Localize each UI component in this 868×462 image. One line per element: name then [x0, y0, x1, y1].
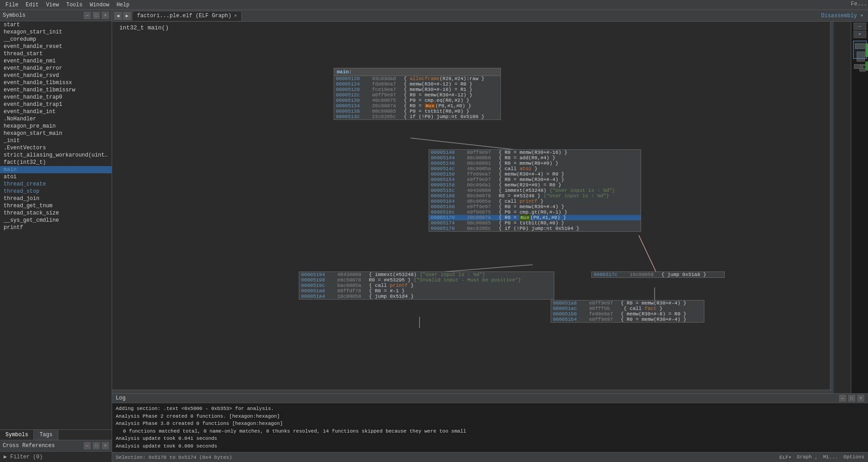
code-row[interactable]: 000051b0 fe00e9a7 { memw(R30+#-8) = R0 } [551, 311, 704, 317]
symbol-item[interactable]: event_handle_rsvd [0, 72, 112, 79]
filter-row[interactable]: ▶ Filter (0) [0, 452, 112, 462]
menu-help[interactable]: Help [113, 1, 133, 9]
symbol-item[interactable]: thread_start [0, 50, 112, 57]
symbol-item[interactable]: __coredump [0, 36, 112, 43]
symbol-item[interactable]: event_handle_reset [0, 43, 112, 50]
menu-tools[interactable]: Tools [62, 1, 86, 9]
minimap-canvas[interactable] [851, 39, 868, 393]
code-row[interactable]: 00005158 00c09da1 { memw(R29+#0) = R0 } [429, 182, 641, 188]
close-icon[interactable]: × [102, 12, 109, 19]
code-row[interactable]: 00005178 0ec8205c { if (!P0) jump:nt 0x5… [429, 226, 641, 231]
code-row[interactable]: 0000516c e0f06075 { P0 = cmp.gt(R0,#-1) … [429, 210, 641, 215]
symbol-item[interactable]: hexagon_start_init [0, 29, 112, 36]
symbol-item[interactable]: event_handle_trap1 [0, 101, 112, 108]
code-row[interactable]: 00005150 ffe09ea7 { memw(R30+#-4) = R0 } [429, 171, 641, 177]
code-row[interactable]: 000051ac 98fff5b { call fact } [551, 306, 704, 311]
symbol-item[interactable]: hexagon_pre_main [0, 123, 112, 130]
code-row[interactable]: 000051a8 e0ff9e97 { R0 = memw(R30+#-4) } [551, 300, 704, 306]
symbol-item[interactable]: hexagon_start_main [0, 130, 112, 137]
symbol-item[interactable]: event_handle_int [0, 108, 112, 115]
code-row[interactable]: 0000514c 48c0005a { call atoi } [429, 166, 641, 171]
nav-forward-button[interactable]: ▶ [123, 12, 131, 20]
horizontal-scrollbar[interactable] [112, 390, 834, 393]
code-row[interactable]: 0000515c 40430000 { immext(#53248) {"Use… [429, 188, 641, 193]
code-row-selected[interactable]: 00005170 20c0007a { R0 = mux(P0,#1,#0) } [429, 215, 641, 220]
symbol-item[interactable]: thread_create [0, 181, 112, 188]
left-sidebar: Symbols — □ × starthexagon_start_init__c… [0, 10, 112, 462]
symbol-item[interactable]: start [0, 21, 112, 29]
code-row[interactable]: 00005124 fde09ea7 { memw(R30+#-12) = R0 … [334, 81, 500, 87]
symbol-item[interactable]: __sys_get_cmdline [0, 217, 112, 224]
code-row[interactable]: 000051a4 18c00058 { jump 0x51d4 } [299, 294, 554, 299]
symbol-item[interactable]: event_handle_tlbmissrw [0, 86, 112, 94]
code-row[interactable]: 00005120 03c09da0 { allocframe(R29,#24):… [334, 76, 500, 81]
code-row[interactable]: 00005168 e0ff9e97 { R0 = memw(R30+#-4) } [429, 204, 641, 210]
cross-refs-close[interactable]: × [102, 442, 109, 449]
code-row[interactable]: 00005128 fce19ea7 { memw(R30+#-16) = R1 … [334, 87, 500, 92]
graph-tab-close[interactable]: × [234, 13, 237, 19]
symbol-item[interactable]: .NoHandler [0, 115, 112, 123]
symbol-item[interactable]: thread_join [0, 195, 112, 202]
menu-file[interactable]: File [2, 1, 22, 9]
menu-edit[interactable]: Edit [22, 1, 42, 9]
symbol-item[interactable]: main [0, 166, 112, 173]
code-row[interactable]: 00005138 00c00085 { P0 = tstbit(R0,#0) } [334, 109, 500, 114]
code-row[interactable]: 00005194 40430000 { immext(#53248) {"Use… [299, 272, 554, 277]
symbol-item[interactable]: event_handle_nmi [0, 57, 112, 65]
minimize-icon[interactable]: — [84, 12, 91, 19]
symbol-item[interactable]: fact(int32_t) [0, 159, 112, 166]
code-block-main: main: 00005120 03c09da0 { allocframe(R29… [334, 68, 501, 120]
cross-refs-header: Cross References — □ × [0, 440, 112, 452]
code-row[interactable]: 000051b4 e0ff9e97 { R0 = memw(R30+#-4) } [551, 317, 704, 322]
code-row[interactable]: 00005174 00c00085 { P0 = tstbit(R0,#0) } [429, 220, 641, 226]
code-row[interactable]: 0000517c 16c00058 { jump 0x51a8 } [592, 272, 724, 277]
log-maximize[interactable]: □ [848, 395, 855, 402]
symbol-item[interactable]: thread_get_tnum [0, 202, 112, 210]
code-row[interactable]: 00005160 00c00078 R0 = ##53248 } {"User … [429, 193, 641, 199]
code-row[interactable]: 00005144 88c000b0 { R0 = add(R0,#4) } [429, 155, 641, 161]
code-row[interactable]: 000051a0 00ffdf78 { R0 = #-1 } [299, 288, 554, 294]
symbol-item[interactable]: _init [0, 137, 112, 144]
code-row[interactable]: 0000513c 22c0205c { if (!P0) jump:nt 0x5… [334, 114, 500, 119]
code-row[interactable]: 0000519c bac0005a { call printf } [299, 283, 554, 288]
symbol-item[interactable]: .EventVectors [0, 144, 112, 152]
cross-refs-maximize[interactable]: □ [93, 442, 100, 449]
disassembly-button[interactable]: Disassembly ▾ [818, 11, 866, 20]
code-row[interactable]: 00005134 20c0007a { R0 = mux(P0,#1,#0) } [334, 103, 500, 109]
symbol-item[interactable]: thread_stop [0, 188, 112, 195]
minimap-close[interactable]: × [854, 31, 866, 38]
tab-tags[interactable]: Tags [34, 430, 58, 440]
log-entry: Analysis update took 0.041 seconds [116, 435, 864, 443]
elf-label[interactable]: ELF▾ [779, 454, 791, 460]
symbol-item[interactable]: event_handle_error [0, 65, 112, 72]
code-row[interactable]: 00005164 d6c0005a { call printf } [429, 199, 641, 204]
log-title: Log [116, 395, 126, 401]
options-label[interactable]: Options [844, 454, 864, 460]
symbol-item[interactable]: event_handle_trap0 [0, 94, 112, 101]
menu-window[interactable]: Window [86, 1, 113, 9]
code-row[interactable]: 00005154 e0ff9e97 { R0 = memw(R30+#-4) } [429, 177, 641, 182]
code-row[interactable]: 00005198 e8c50078 R0 = ##53295 } {"Inval… [299, 277, 554, 283]
cross-refs-minimize[interactable]: — [84, 442, 91, 449]
graph-area[interactable]: int32_t main() [112, 22, 851, 393]
symbol-item[interactable]: thread_stack_size [0, 210, 112, 217]
tab-symbols[interactable]: Symbols [0, 430, 34, 440]
code-row[interactable]: 0000512c a0ff9e97 { R0 = memw(R30+#-12) … [334, 92, 500, 98]
symbol-item[interactable]: printf [0, 224, 112, 231]
symbol-item[interactable]: event_handle_tlbmissx [0, 79, 112, 86]
menu-view[interactable]: View [42, 1, 63, 9]
log-close[interactable]: × [857, 395, 864, 402]
graph-tab[interactable]: factori...ple.elf (ELF Graph) × [132, 11, 242, 21]
code-row[interactable]: 00005148 08c08891 { R0 = memw(R0+#0) } [429, 161, 641, 166]
symbol-item[interactable]: atoi [0, 173, 112, 181]
log-minimize[interactable]: — [839, 395, 846, 402]
nav-back-button[interactable]: ◀ [114, 12, 122, 20]
graph-label[interactable]: Graph , [797, 454, 818, 460]
maximize-icon[interactable]: □ [93, 12, 100, 19]
code-row[interactable]: 00005140 80ff9e97 { R0 = memw(R30+#-16) … [429, 150, 641, 155]
symbol-item[interactable]: strict_aliasing_workaround(uint16 [0, 152, 112, 159]
vertical-scrollbar[interactable] [830, 22, 834, 390]
mi-label[interactable]: Mi... [823, 454, 838, 460]
code-row[interactable]: 00005130 40c00075 { P0 = cmp.eq(R0,#2) } [334, 98, 500, 103]
minimap-minimize[interactable]: — [854, 23, 866, 30]
